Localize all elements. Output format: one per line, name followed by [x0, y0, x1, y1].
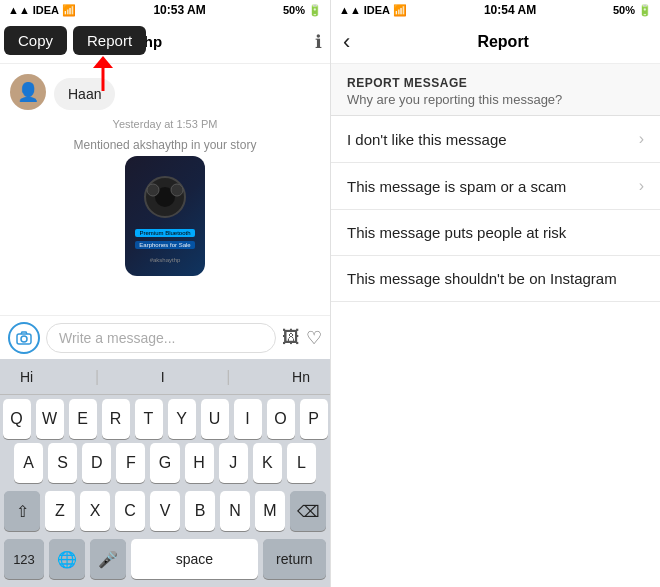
story-image-wrap: Premium Bluetooth Earphones for Sale #ak… — [0, 156, 330, 276]
left-battery-icon: 🔋 — [308, 4, 322, 17]
report-option-3[interactable]: This message puts people at risk — [331, 210, 660, 256]
left-panel: ▲▲ IDEA 📶 10:53 AM 50% 🔋 Copy Report aks… — [0, 0, 330, 587]
keyboard-suggestions: Hi | I | Hn — [0, 359, 330, 395]
svg-point-7 — [21, 336, 27, 342]
report-option-4[interactable]: This message shouldn't be on Instagram — [331, 256, 660, 302]
report-button[interactable]: Report — [73, 26, 146, 55]
right-battery-icon: 🔋 — [638, 4, 652, 17]
kb-o[interactable]: O — [267, 399, 295, 439]
earphones-graphic — [138, 170, 193, 225]
message-input[interactable]: Write a message... — [46, 323, 276, 353]
heart-icon[interactable]: ♡ — [306, 327, 322, 349]
input-icon-group: 🖼 ♡ — [282, 327, 322, 349]
report-option-1[interactable]: I don't like this message › — [331, 116, 660, 163]
report-option-2-text: This message is spam or a scam — [347, 178, 566, 195]
right-wifi-icon: 📶 — [393, 4, 407, 17]
kb-d[interactable]: D — [82, 443, 111, 483]
kb-j[interactable]: J — [219, 443, 248, 483]
kb-g[interactable]: G — [150, 443, 179, 483]
right-status-bar: ▲▲ IDEA 📶 10:54 AM 50% 🔋 — [331, 0, 660, 20]
kb-u[interactable]: U — [201, 399, 229, 439]
right-signal-icon: ▲▲ — [339, 4, 361, 16]
right-carrier-group: ▲▲ IDEA 📶 — [339, 4, 407, 17]
report-subheading: Why are you reporting this message? — [347, 92, 644, 107]
report-option-2[interactable]: This message is spam or a scam › — [331, 163, 660, 210]
context-menu: Copy Report — [4, 26, 146, 55]
left-signal-icon: ▲▲ — [8, 4, 30, 16]
kb-l[interactable]: L — [287, 443, 316, 483]
report-option-4-text: This message shouldn't be on Instagram — [347, 270, 617, 287]
kb-r[interactable]: R — [102, 399, 130, 439]
kb-m[interactable]: M — [255, 491, 285, 531]
kb-y[interactable]: Y — [168, 399, 196, 439]
report-options-list: I don't like this message › This message… — [331, 116, 660, 587]
chat-area: 👤 Haan Yesterday at 1:53 PM Mentioned ak… — [0, 64, 330, 315]
red-arrow — [88, 56, 118, 100]
left-carrier-name: IDEA — [33, 4, 59, 16]
chevron-right-1: › — [639, 130, 644, 148]
kb-123[interactable]: 123 — [4, 539, 44, 579]
kb-q[interactable]: Q — [3, 399, 31, 439]
right-panel-title: Report — [358, 33, 648, 51]
story-image-inner: Premium Bluetooth Earphones for Sale #ak… — [125, 156, 205, 276]
story-username-label: #akshaythp — [150, 257, 181, 263]
kb-row-2: A S D F G H J K L — [0, 443, 330, 487]
kb-w[interactable]: W — [36, 399, 64, 439]
left-carrier: ▲▲ IDEA 📶 — [8, 4, 76, 17]
svg-marker-1 — [93, 56, 113, 68]
image-icon[interactable]: 🖼 — [282, 327, 300, 348]
left-status-right: 50% 🔋 — [283, 4, 322, 17]
kb-delete[interactable]: ⌫ — [290, 491, 326, 531]
kb-k[interactable]: K — [253, 443, 282, 483]
svg-point-5 — [171, 184, 183, 196]
kb-i[interactable]: I — [234, 399, 262, 439]
right-carrier-name: IDEA — [364, 4, 390, 16]
kb-row-4: 123 🌐 🎤 space return — [0, 535, 330, 587]
kb-a[interactable]: A — [14, 443, 43, 483]
report-option-3-text: This message puts people at risk — [347, 224, 566, 241]
suggest-hn[interactable]: Hn — [292, 369, 310, 385]
left-battery-text: 50% — [283, 4, 305, 16]
kb-b[interactable]: B — [185, 491, 215, 531]
kb-return[interactable]: return — [263, 539, 326, 579]
copy-button[interactable]: Copy — [4, 26, 67, 55]
right-panel: ▲▲ IDEA 📶 10:54 AM 50% 🔋 ‹ Report REPORT… — [331, 0, 660, 587]
mention-text: Mentioned akshaythp in your story — [0, 138, 330, 152]
kb-v[interactable]: V — [150, 491, 180, 531]
kb-f[interactable]: F — [116, 443, 145, 483]
message-input-bar: Write a message... 🖼 ♡ — [0, 315, 330, 359]
kb-h[interactable]: H — [185, 443, 214, 483]
left-time: 10:53 AM — [153, 3, 205, 17]
suggest-i[interactable]: I — [161, 369, 165, 385]
info-icon[interactable]: ℹ — [315, 31, 322, 53]
keyboard: Hi | I | Hn Q W E R T Y U I O P A S D F … — [0, 359, 330, 587]
kb-s[interactable]: S — [48, 443, 77, 483]
kb-n[interactable]: N — [220, 491, 250, 531]
kb-z[interactable]: Z — [45, 491, 75, 531]
kb-p[interactable]: P — [300, 399, 328, 439]
report-option-1-text: I don't like this message — [347, 131, 507, 148]
left-status-bar: ▲▲ IDEA 📶 10:53 AM 50% 🔋 — [0, 0, 330, 20]
contact-avatar: 👤 — [10, 74, 46, 110]
kb-mic[interactable]: 🎤 — [90, 539, 126, 579]
story-label: Premium Bluetooth — [135, 229, 194, 237]
report-heading: REPORT MESSAGE — [347, 76, 644, 90]
message-placeholder: Write a message... — [59, 330, 175, 346]
svg-point-4 — [147, 184, 159, 196]
kb-row-3: ⇧ Z X C V B N M ⌫ — [0, 487, 330, 535]
timestamp: Yesterday at 1:53 PM — [0, 118, 330, 130]
kb-shift[interactable]: ⇧ — [4, 491, 40, 531]
suggest-hi[interactable]: Hi — [20, 369, 33, 385]
kb-x[interactable]: X — [80, 491, 110, 531]
story-sublabel: Earphones for Sale — [135, 241, 194, 249]
kb-c[interactable]: C — [115, 491, 145, 531]
kb-globe[interactable]: 🌐 — [49, 539, 85, 579]
back-button[interactable]: ‹ — [343, 29, 350, 55]
kb-space[interactable]: space — [131, 539, 258, 579]
camera-icon — [16, 331, 32, 345]
right-battery-group: 50% 🔋 — [613, 4, 652, 17]
kb-e[interactable]: E — [69, 399, 97, 439]
kb-t[interactable]: T — [135, 399, 163, 439]
left-header: Copy Report akshaythp ℹ — [0, 20, 330, 64]
camera-button[interactable] — [8, 322, 40, 354]
